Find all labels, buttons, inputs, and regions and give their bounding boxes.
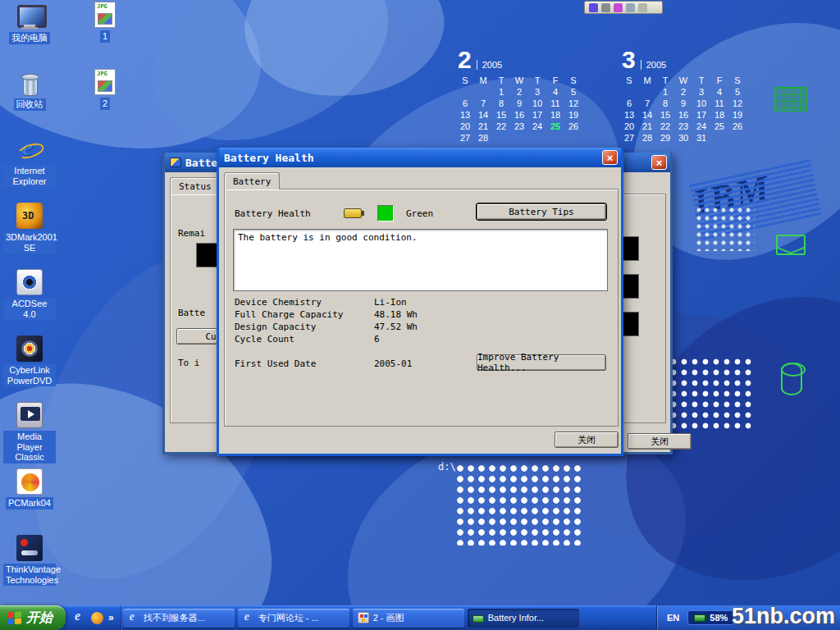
- calendar-date: 21: [638, 121, 656, 132]
- desktop-icon-recycle-bin[interactable]: 回收站: [3, 70, 56, 111]
- calendar-day-header: M: [474, 75, 492, 86]
- calendar-year: 2005: [641, 60, 666, 70]
- internet-explorer-icon: [16, 136, 43, 162]
- calendar-date: 6: [620, 98, 638, 109]
- field-value: 6: [374, 334, 380, 345]
- taskbar-button-battery[interactable]: Battery Infor...: [468, 609, 579, 628]
- taskbar-button-ie[interactable]: 专门网论坛 - ...: [238, 609, 349, 628]
- calendar-grid: SMTWTFS123456789101112131415161718192021…: [456, 75, 587, 144]
- calendar-date: 3: [692, 87, 710, 98]
- calendar-day-header: T: [528, 75, 546, 86]
- media-player-icon[interactable]: [91, 612, 103, 624]
- desktop-icon-label: Internet Explorer: [3, 165, 56, 187]
- field-label: Cycle Count: [235, 334, 294, 345]
- recycle-bin-icon: [16, 70, 43, 96]
- tab-battery[interactable]: Battery: [224, 172, 280, 189]
- jpg-file-icon: JPG: [94, 2, 116, 28]
- spreadsheet-grid-icon: [774, 87, 807, 112]
- calendar-header: 32005: [622, 44, 751, 72]
- battery-tab-page: Battery Health Green Battery Tips The ba…: [224, 189, 619, 427]
- close-icon[interactable]: ×: [651, 155, 667, 170]
- calendar-day-header: F: [710, 75, 728, 86]
- calendar-date: 28: [474, 133, 492, 144]
- calendar-date: 5: [564, 87, 582, 98]
- battery-percent: 58%: [710, 613, 728, 623]
- tab-status[interactable]: Status: [170, 177, 221, 194]
- desktop-icon-label: 回收站: [14, 98, 46, 111]
- desktop-icon-acdsee[interactable]: ACDSee 4.0: [3, 269, 56, 320]
- calendar-date: 22: [492, 121, 510, 132]
- desktop-icon-my-computer[interactable]: 我的电脑: [3, 3, 56, 44]
- volume-icon[interactable]: [589, 3, 598, 12]
- file-icon-2[interactable]: JPG2: [79, 69, 131, 110]
- calendar-date: [546, 133, 564, 144]
- desktop-icon-thinkvantage[interactable]: ThinkVantage Technologies: [3, 535, 56, 586]
- desktop-icon-mpc[interactable]: Media Player Classic: [3, 402, 56, 463]
- calendar-date: 4: [710, 87, 728, 98]
- calendar-date: 19: [728, 110, 746, 121]
- first-used-value: 2005-01: [374, 358, 412, 369]
- field-value: Li-Ion: [374, 297, 407, 308]
- battery-tips-button[interactable]: Battery Tips: [477, 203, 606, 220]
- dialog-body: Battery Battery Health Green Battery Tip…: [219, 167, 621, 454]
- calendar-grid: SMTWTFS123456789101112131415161718192021…: [620, 75, 751, 144]
- dot-pattern: [456, 464, 582, 546]
- quick-launch-overflow-chevron[interactable]: »: [108, 612, 114, 623]
- calendar-date: 9: [674, 98, 692, 109]
- display-icon[interactable]: [614, 3, 623, 12]
- keyboard-icon[interactable]: [626, 3, 635, 12]
- calendar-day-header: M: [638, 75, 656, 86]
- taskbar-button-paint[interactable]: 2 - 画图: [353, 609, 464, 628]
- battery-info-fields: Device ChemistryLi-IonFull Charge Capaci…: [225, 297, 618, 346]
- dot-pattern: [669, 358, 753, 433]
- desktop-icon-pcmark04[interactable]: PCMark04: [3, 468, 56, 509]
- close-button[interactable]: 关闭: [555, 431, 619, 448]
- calendar-date: 2: [510, 87, 528, 98]
- desktop-icon-internet-explorer[interactable]: Internet Explorer: [3, 136, 56, 187]
- battery-health-dialog[interactable]: Battery Health × Battery Battery Health …: [217, 148, 623, 456]
- thumbnail: [98, 13, 112, 25]
- improve-battery-health-button[interactable]: Improve Battery Health...: [477, 354, 606, 371]
- desktop-icon-powerdvd[interactable]: CyberLink PowerDVD: [3, 336, 56, 386]
- calendar-date: 6: [456, 98, 474, 109]
- calendar-date: 15: [656, 110, 674, 121]
- calendar-day-header: T: [492, 75, 510, 86]
- calendar-date: 26: [564, 121, 582, 132]
- battery-indicator[interactable]: 58%: [687, 610, 734, 625]
- calendar-month-number: 3: [622, 48, 636, 72]
- condition-textbox[interactable]: The battery is in good condition.: [233, 229, 608, 291]
- calendar-date: 23: [674, 121, 692, 132]
- disk-cylinder-icon: [781, 363, 802, 395]
- calendar-date: 16: [510, 110, 528, 121]
- ie-icon: [243, 612, 254, 623]
- calendar-date: 26: [728, 121, 746, 132]
- desktop: 22005SMTWTFS1234567891011121314151617181…: [0, 0, 840, 630]
- taskbar-button-label: 2 - 画图: [373, 612, 404, 624]
- language-indicator[interactable]: EN: [667, 613, 679, 623]
- mute-icon[interactable]: [601, 3, 610, 12]
- file-icon-1[interactable]: JPG1: [79, 2, 131, 43]
- desktop-icon-label: ThinkVantage Technologies: [3, 564, 56, 586]
- calendar-date: 18: [710, 110, 728, 121]
- thumbnail: [98, 80, 112, 92]
- close-button[interactable]: 关闭: [628, 433, 692, 450]
- dialog-titlebar[interactable]: Battery Health ×: [219, 148, 621, 167]
- calendar-date: [564, 133, 582, 144]
- jpg-badge: JPG: [97, 71, 107, 77]
- calendar-date: [528, 133, 546, 144]
- thinkvantage-icon: [16, 535, 43, 561]
- desktop-icon-3dmark2001[interactable]: 3DMark2001 SE: [3, 203, 56, 253]
- calendar-date: 14: [638, 110, 656, 121]
- battery-icon: [344, 208, 362, 218]
- calendar-day-header: S: [456, 75, 474, 86]
- calendar-date: [456, 87, 474, 98]
- calendar-date: 5: [728, 87, 746, 98]
- calendar-date: [620, 87, 638, 98]
- close-icon[interactable]: ×: [602, 150, 618, 165]
- internet-explorer-icon[interactable]: [72, 611, 86, 625]
- calendar-date: [638, 87, 656, 98]
- calendar-date: 7: [474, 98, 492, 109]
- start-button[interactable]: 开始: [0, 605, 66, 630]
- taskbar-button-ie[interactable]: 找不到服务器...: [123, 609, 235, 628]
- notes-icon[interactable]: [638, 3, 647, 12]
